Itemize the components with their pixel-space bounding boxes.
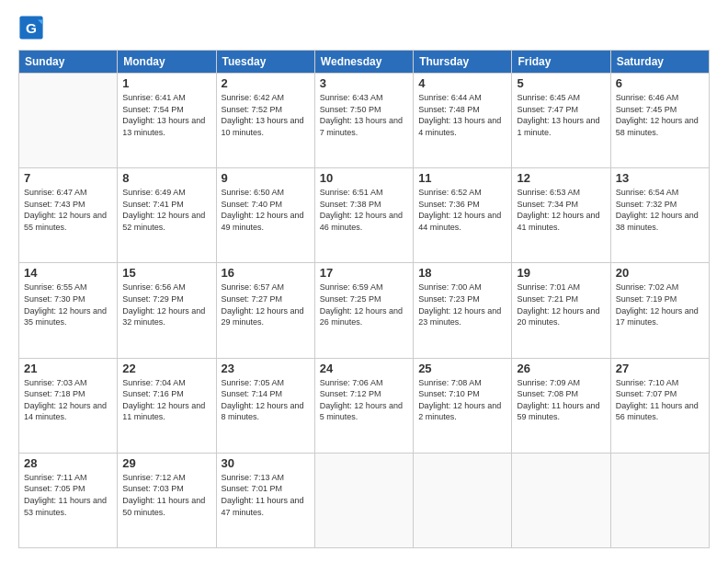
calendar-cell: 17Sunrise: 6:59 AMSunset: 7:25 PMDayligh… <box>314 263 413 358</box>
calendar-cell: 23Sunrise: 7:05 AMSunset: 7:14 PMDayligh… <box>216 358 314 453</box>
calendar-cell <box>610 453 709 547</box>
day-number: 17 <box>320 266 408 280</box>
calendar-cell: 3Sunrise: 6:43 AMSunset: 7:50 PMDaylight… <box>314 74 413 168</box>
calendar-cell <box>414 453 512 547</box>
sunset-text: Sunset: 7:41 PM <box>122 200 184 209</box>
day-info: Sunrise: 6:47 AMSunset: 7:43 PMDaylight:… <box>24 187 112 233</box>
day-number: 8 <box>122 171 210 185</box>
daylight-text: Daylight: 12 hours and 8 minutes. <box>222 401 304 422</box>
sunset-text: Sunset: 7:08 PM <box>517 389 578 398</box>
week-row-1: 1Sunrise: 6:41 AMSunset: 7:54 PMDaylight… <box>19 74 710 168</box>
daylight-text: Daylight: 12 hours and 14 minutes. <box>24 401 107 422</box>
daylight-text: Daylight: 13 hours and 10 minutes. <box>222 116 304 137</box>
day-number: 28 <box>24 456 112 470</box>
day-info: Sunrise: 7:06 AMSunset: 7:12 PMDaylight:… <box>320 377 408 423</box>
sunrise-text: Sunrise: 7:04 AM <box>122 378 186 387</box>
day-number: 27 <box>616 362 704 375</box>
calendar-cell: 1Sunrise: 6:41 AMSunset: 7:54 PMDaylight… <box>118 74 216 168</box>
weekday-row: SundayMondayTuesdayWednesdayThursdayFrid… <box>19 51 710 74</box>
daylight-text: Daylight: 12 hours and 2 minutes. <box>418 401 501 422</box>
sunrise-text: Sunrise: 7:03 AM <box>24 378 87 387</box>
day-number: 4 <box>418 76 506 90</box>
calendar-cell: 8Sunrise: 6:49 AMSunset: 7:41 PMDaylight… <box>118 168 216 263</box>
daylight-text: Daylight: 13 hours and 1 minute. <box>517 116 599 137</box>
calendar-cell: 21Sunrise: 7:03 AMSunset: 7:18 PMDayligh… <box>19 358 118 453</box>
sunset-text: Sunset: 7:45 PM <box>616 105 677 114</box>
sunrise-text: Sunrise: 6:59 AM <box>320 282 383 292</box>
sunset-text: Sunset: 7:43 PM <box>24 200 85 209</box>
calendar-cell: 30Sunrise: 7:13 AMSunset: 7:01 PMDayligh… <box>216 453 314 547</box>
sunset-text: Sunset: 7:30 PM <box>24 294 85 304</box>
sunset-text: Sunset: 7:29 PM <box>122 294 184 304</box>
sunset-text: Sunset: 7:21 PM <box>517 294 578 304</box>
calendar-cell: 7Sunrise: 6:47 AMSunset: 7:43 PMDaylight… <box>19 168 118 263</box>
weekday-header-thursday: Thursday <box>414 51 512 74</box>
calendar-cell: 24Sunrise: 7:06 AMSunset: 7:12 PMDayligh… <box>314 358 413 453</box>
sunset-text: Sunset: 7:07 PM <box>616 389 677 398</box>
day-number: 24 <box>320 362 408 375</box>
day-info: Sunrise: 6:52 AMSunset: 7:36 PMDaylight:… <box>418 187 506 233</box>
week-row-4: 21Sunrise: 7:03 AMSunset: 7:18 PMDayligh… <box>19 358 710 453</box>
calendar-cell: 19Sunrise: 7:01 AMSunset: 7:21 PMDayligh… <box>512 263 610 358</box>
daylight-text: Daylight: 12 hours and 11 minutes. <box>122 401 205 422</box>
calendar-cell: 18Sunrise: 7:00 AMSunset: 7:23 PMDayligh… <box>414 263 512 358</box>
week-row-2: 7Sunrise: 6:47 AMSunset: 7:43 PMDaylight… <box>19 168 710 263</box>
day-info: Sunrise: 6:55 AMSunset: 7:30 PMDaylight:… <box>24 282 112 327</box>
weekday-header-tuesday: Tuesday <box>216 51 314 74</box>
sunset-text: Sunset: 7:50 PM <box>320 105 381 114</box>
logo: G <box>18 15 48 40</box>
sunrise-text: Sunrise: 6:49 AM <box>122 188 186 197</box>
sunset-text: Sunset: 7:38 PM <box>320 200 381 209</box>
day-number: 15 <box>122 266 210 280</box>
calendar-cell: 22Sunrise: 7:04 AMSunset: 7:16 PMDayligh… <box>118 358 216 453</box>
day-info: Sunrise: 7:10 AMSunset: 7:07 PMDaylight:… <box>616 377 704 423</box>
daylight-text: Daylight: 12 hours and 23 minutes. <box>418 306 501 327</box>
day-info: Sunrise: 6:45 AMSunset: 7:47 PMDaylight:… <box>517 92 605 138</box>
calendar-cell: 11Sunrise: 6:52 AMSunset: 7:36 PMDayligh… <box>414 168 512 263</box>
day-number: 5 <box>517 76 605 90</box>
calendar-body: 1Sunrise: 6:41 AMSunset: 7:54 PMDaylight… <box>19 74 710 548</box>
day-info: Sunrise: 7:05 AMSunset: 7:14 PMDaylight:… <box>222 377 310 423</box>
calendar-cell: 6Sunrise: 6:46 AMSunset: 7:45 PMDaylight… <box>610 74 709 168</box>
sunrise-text: Sunrise: 6:54 AM <box>616 188 679 197</box>
calendar-header: SundayMondayTuesdayWednesdayThursdayFrid… <box>19 51 710 74</box>
sunset-text: Sunset: 7:19 PM <box>616 294 677 304</box>
sunrise-text: Sunrise: 6:46 AM <box>616 93 679 102</box>
daylight-text: Daylight: 13 hours and 13 minutes. <box>122 116 205 137</box>
sunset-text: Sunset: 7:25 PM <box>320 294 381 304</box>
calendar-cell: 12Sunrise: 6:53 AMSunset: 7:34 PMDayligh… <box>512 168 610 263</box>
weekday-header-sunday: Sunday <box>19 51 118 74</box>
daylight-text: Daylight: 11 hours and 47 minutes. <box>222 496 304 517</box>
weekday-header-monday: Monday <box>118 51 216 74</box>
day-info: Sunrise: 6:50 AMSunset: 7:40 PMDaylight:… <box>222 187 310 233</box>
day-info: Sunrise: 6:44 AMSunset: 7:48 PMDaylight:… <box>418 92 506 138</box>
day-number: 25 <box>418 362 506 375</box>
daylight-text: Daylight: 12 hours and 17 minutes. <box>616 306 699 327</box>
day-number: 30 <box>222 456 310 470</box>
day-number: 29 <box>122 456 210 470</box>
day-info: Sunrise: 6:54 AMSunset: 7:32 PMDaylight:… <box>616 187 704 233</box>
calendar-cell: 4Sunrise: 6:44 AMSunset: 7:48 PMDaylight… <box>414 74 512 168</box>
day-number: 3 <box>320 76 408 90</box>
sunrise-text: Sunrise: 7:06 AM <box>320 378 383 387</box>
week-row-3: 14Sunrise: 6:55 AMSunset: 7:30 PMDayligh… <box>19 263 710 358</box>
daylight-text: Daylight: 12 hours and 49 minutes. <box>222 211 304 232</box>
sunset-text: Sunset: 7:36 PM <box>418 200 480 209</box>
daylight-text: Daylight: 12 hours and 52 minutes. <box>122 211 205 232</box>
daylight-text: Daylight: 12 hours and 26 minutes. <box>320 306 403 327</box>
sunset-text: Sunset: 7:05 PM <box>24 484 85 493</box>
day-info: Sunrise: 7:11 AMSunset: 7:05 PMDaylight:… <box>24 472 112 518</box>
sunset-text: Sunset: 7:23 PM <box>418 294 480 304</box>
weekday-header-friday: Friday <box>512 51 610 74</box>
day-number: 12 <box>517 171 605 185</box>
day-number: 21 <box>24 362 112 375</box>
sunset-text: Sunset: 7:32 PM <box>616 200 677 209</box>
daylight-text: Daylight: 12 hours and 41 minutes. <box>517 211 599 232</box>
day-number: 1 <box>122 76 210 90</box>
daylight-text: Daylight: 12 hours and 58 minutes. <box>616 116 699 137</box>
sunrise-text: Sunrise: 6:41 AM <box>122 93 186 102</box>
calendar-cell: 2Sunrise: 6:42 AMSunset: 7:52 PMDaylight… <box>216 74 314 168</box>
day-number: 19 <box>517 266 605 280</box>
day-number: 13 <box>616 171 704 185</box>
sunrise-text: Sunrise: 6:44 AM <box>418 93 482 102</box>
